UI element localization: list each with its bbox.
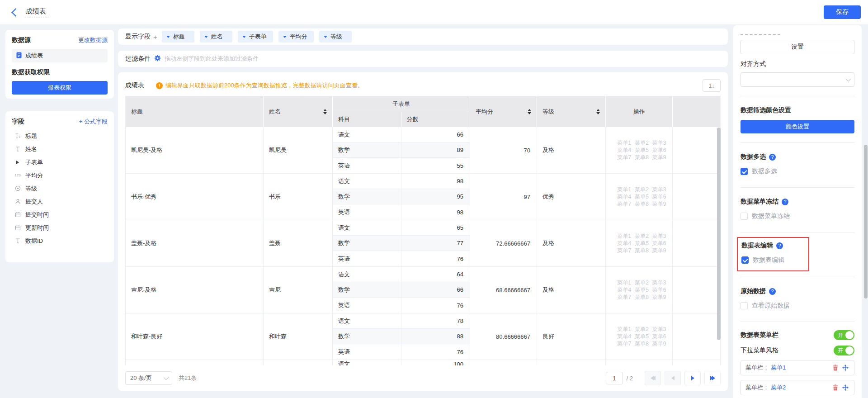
datasource-item[interactable]: 成绩表 bbox=[12, 49, 108, 62]
row-action-menu[interactable]: 菜单9 bbox=[652, 341, 666, 347]
checkbox-unchecked-icon[interactable] bbox=[741, 302, 748, 309]
row-action-menu[interactable]: 菜单1 bbox=[617, 187, 631, 193]
last-page-button[interactable] bbox=[704, 371, 721, 385]
row-action-menu[interactable]: 菜单5 bbox=[635, 287, 649, 293]
sort-icon[interactable] bbox=[596, 109, 600, 114]
row-action-menu[interactable]: 菜单7 bbox=[617, 341, 631, 347]
sort-icon[interactable] bbox=[528, 109, 531, 114]
row-action-menu[interactable]: 菜单6 bbox=[652, 147, 666, 153]
row-action-menu[interactable]: 菜单5 bbox=[635, 334, 649, 340]
settings-button[interactable]: 设置 bbox=[741, 40, 854, 54]
table-edit-checkbox[interactable]: 数据表编辑 bbox=[741, 256, 802, 264]
dropdown-style-toggle[interactable]: 开 bbox=[834, 346, 854, 355]
column-header-average[interactable]: 平均分 bbox=[470, 96, 537, 127]
field-item-average[interactable]: 123 平均分 bbox=[12, 169, 108, 182]
help-icon[interactable]: ? bbox=[769, 154, 776, 161]
delete-icon[interactable] bbox=[831, 364, 840, 372]
checkbox-checked-icon[interactable] bbox=[741, 168, 748, 175]
row-action-menu[interactable]: 菜单2 bbox=[635, 233, 649, 239]
field-item-data-id[interactable]: 数据ID bbox=[12, 234, 108, 247]
field-item-update-time[interactable]: 更新时间 bbox=[12, 221, 108, 234]
row-action-menu[interactable]: 菜单2 bbox=[635, 140, 649, 146]
field-tag-average[interactable]: 平均分 bbox=[278, 31, 314, 43]
page-vertical-scrollbar[interactable] bbox=[864, 145, 868, 298]
row-action-menu[interactable]: 菜单3 bbox=[652, 327, 666, 332]
row-action-menu[interactable]: 菜单1 bbox=[617, 140, 631, 146]
field-tag-subform[interactable]: 子表单 bbox=[238, 31, 273, 43]
row-action-menu[interactable]: 菜单9 bbox=[652, 294, 666, 300]
row-action-menu[interactable]: 菜单4 bbox=[617, 147, 631, 153]
field-item-title[interactable]: 标题 bbox=[12, 129, 108, 142]
row-action-menu[interactable]: 菜单3 bbox=[652, 140, 666, 146]
save-button[interactable]: 保存 bbox=[824, 5, 861, 19]
field-tag-title[interactable]: 标题 bbox=[162, 31, 194, 43]
row-action-menu[interactable]: 菜单5 bbox=[635, 147, 649, 153]
row-action-menu[interactable]: 菜单6 bbox=[652, 241, 666, 246]
row-action-menu[interactable]: 菜单1 bbox=[617, 280, 631, 286]
row-action-menu[interactable]: 菜单1 bbox=[617, 233, 631, 239]
multi-select-checkbox[interactable]: 数据多选 bbox=[741, 167, 854, 175]
raw-data-checkbox[interactable]: 查看原始数据 bbox=[741, 302, 854, 310]
field-item-submitter[interactable]: 提交人 bbox=[12, 195, 108, 208]
row-action-menu[interactable]: 菜单4 bbox=[617, 194, 631, 200]
change-datasource-link[interactable]: 更改数据源 bbox=[78, 36, 108, 44]
back-icon[interactable] bbox=[11, 8, 19, 16]
row-action-menu[interactable]: 菜单7 bbox=[617, 201, 631, 207]
row-action-menu[interactable]: 菜单7 bbox=[617, 248, 631, 254]
field-tag-name[interactable]: 姓名 bbox=[200, 31, 232, 43]
field-item-submit-time[interactable]: 提交时间 bbox=[12, 208, 108, 221]
field-item-grade[interactable]: 等级 bbox=[12, 182, 108, 195]
row-action-menu[interactable]: 菜单9 bbox=[652, 155, 666, 161]
page-number-input[interactable] bbox=[606, 372, 623, 384]
checkbox-checked-icon[interactable] bbox=[741, 256, 749, 264]
row-action-menu[interactable]: 菜单5 bbox=[635, 241, 649, 246]
row-action-menu[interactable]: 菜单5 bbox=[635, 194, 649, 200]
row-action-menu[interactable]: 菜单8 bbox=[635, 248, 649, 254]
row-action-menu[interactable]: 菜单9 bbox=[652, 201, 666, 207]
row-action-menu[interactable]: 菜单4 bbox=[617, 287, 631, 293]
row-action-menu[interactable]: 菜单6 bbox=[652, 287, 666, 293]
row-action-menu[interactable]: 菜单8 bbox=[635, 201, 649, 207]
row-action-menu[interactable]: 菜单3 bbox=[652, 187, 666, 193]
menu-bar-toggle[interactable]: 开 bbox=[834, 330, 854, 340]
row-action-menu[interactable]: 菜单4 bbox=[617, 241, 631, 246]
gear-icon[interactable] bbox=[154, 55, 161, 63]
next-page-button[interactable] bbox=[684, 371, 701, 385]
add-display-field-button[interactable]: + bbox=[153, 33, 157, 41]
move-icon[interactable] bbox=[841, 384, 849, 392]
help-icon[interactable]: ? bbox=[782, 199, 788, 205]
add-formula-field-link[interactable]: + 公式字段 bbox=[79, 118, 108, 126]
menu-link[interactable]: 菜单2 bbox=[771, 384, 786, 392]
row-action-menu[interactable]: 菜单1 bbox=[617, 327, 631, 332]
color-settings-button[interactable]: 颜色设置 bbox=[741, 120, 854, 133]
menu-link[interactable]: 菜单1 bbox=[771, 364, 786, 372]
field-item-subform[interactable]: 子表单 bbox=[12, 156, 108, 169]
row-action-menu[interactable]: 菜单3 bbox=[652, 280, 666, 286]
field-item-name[interactable]: 姓名 bbox=[12, 142, 108, 156]
sort-order-button[interactable]: 1↓ bbox=[703, 79, 721, 92]
row-action-menu[interactable]: 菜单6 bbox=[652, 334, 666, 340]
column-header-name[interactable]: 姓名 bbox=[264, 96, 333, 127]
table-vertical-scrollbar[interactable] bbox=[717, 128, 721, 340]
report-permission-button[interactable]: 报表权限 bbox=[12, 81, 108, 95]
move-icon[interactable] bbox=[841, 364, 849, 372]
page-size-select[interactable]: 20 条/页 bbox=[125, 371, 172, 385]
row-action-menu[interactable]: 菜单6 bbox=[652, 194, 666, 200]
row-action-menu[interactable]: 菜单8 bbox=[635, 341, 649, 347]
row-action-menu[interactable]: 菜单2 bbox=[635, 327, 649, 332]
row-action-menu[interactable]: 菜单7 bbox=[617, 294, 631, 300]
help-icon[interactable]: ? bbox=[769, 288, 776, 295]
delete-icon[interactable] bbox=[831, 384, 840, 392]
page-title[interactable]: 成绩表 bbox=[25, 6, 49, 18]
help-icon[interactable]: ? bbox=[776, 242, 783, 249]
row-action-menu[interactable]: 菜单7 bbox=[617, 155, 631, 161]
filter-bar[interactable]: 过滤条件 拖动左侧字段到此处来添加过滤条件 bbox=[118, 51, 728, 67]
menu-freeze-checkbox[interactable]: 数据菜单冻结 bbox=[741, 212, 854, 220]
row-action-menu[interactable]: 菜单9 bbox=[652, 248, 666, 254]
row-action-menu[interactable]: 菜单8 bbox=[635, 155, 649, 161]
checkbox-unchecked-icon[interactable] bbox=[741, 213, 748, 220]
first-page-button[interactable] bbox=[645, 371, 661, 385]
row-action-menu[interactable]: 菜单2 bbox=[635, 187, 649, 193]
row-action-menu[interactable]: 菜单2 bbox=[635, 280, 649, 286]
column-header-grade[interactable]: 等级 bbox=[537, 96, 606, 127]
